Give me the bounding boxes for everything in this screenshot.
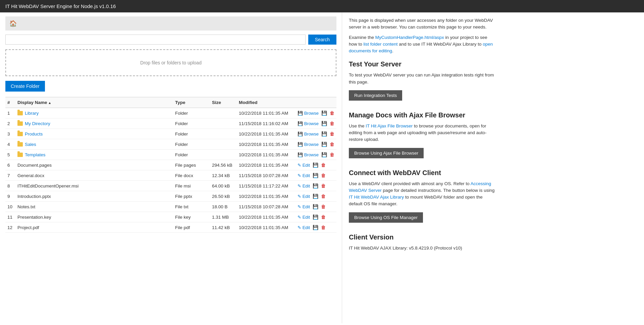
row-name: My Directory — [15, 118, 173, 129]
intro-text: This page is displayed when user accesse… — [349, 17, 496, 31]
browse-link[interactable]: 💾 Browse — [298, 142, 319, 147]
delete-icon[interactable]: 🗑 — [321, 194, 326, 199]
sort-indicator: Display Name — [17, 100, 51, 105]
right-panel: This page is displayed when user accesse… — [342, 12, 503, 323]
row-size: 1.31 MB — [210, 212, 237, 222]
file-table: # Display Name Type Size Modified 1Libra… — [5, 97, 336, 233]
browse-link[interactable]: 💾 Browse — [298, 131, 319, 137]
drop-zone[interactable]: Drop files or folders to upload — [5, 49, 336, 76]
row-num: 2 — [5, 118, 15, 129]
create-folder-button[interactable]: Create Folder — [5, 81, 45, 92]
copy-icon[interactable]: 💾 — [313, 183, 318, 188]
drop-zone-text: Drop files or folders to upload — [140, 60, 202, 65]
copy-icon[interactable]: 💾 — [313, 225, 318, 230]
copy-icon[interactable]: 💾 — [313, 194, 318, 199]
browse-ajax-button[interactable]: Browse Using Ajax File Browser — [349, 148, 424, 158]
test-server-heading: Test Your Server — [349, 59, 496, 69]
row-modified: 11/15/2018 11:16:02 AM — [237, 118, 296, 129]
edit-link[interactable]: ✎ Edit — [298, 225, 310, 230]
app-title: IT Hit WebDAV Server Engine for Node.js … — [5, 3, 116, 9]
folder-icon — [17, 121, 23, 126]
folder-name-link[interactable]: Sales — [25, 142, 36, 147]
copy-icon[interactable]: 💾 — [313, 162, 318, 168]
copy-icon[interactable]: 💾 — [313, 214, 318, 220]
table-row: 4SalesFolder10/22/2018 11:01:35 AM💾 Brow… — [5, 139, 336, 150]
row-size: 11.42 kB — [210, 222, 237, 233]
copy-icon[interactable]: 💾 — [321, 152, 327, 157]
file-name: Document.pages — [17, 163, 52, 168]
delete-icon[interactable]: 🗑 — [321, 214, 326, 220]
folder-name-link[interactable]: My Directory — [25, 121, 50, 126]
row-modified: 10/22/2018 11:01:35 AM — [237, 222, 296, 233]
folder-name-link[interactable]: Templates — [25, 152, 46, 157]
delete-icon[interactable]: 🗑 — [321, 183, 326, 188]
edit-link[interactable]: ✎ Edit — [298, 194, 310, 199]
copy-icon[interactable]: 💾 — [313, 204, 318, 209]
col-header-size: Size — [210, 97, 237, 108]
row-size — [210, 118, 237, 129]
table-row: 10Notes.txtFile txt18.00 B11/15/2018 10:… — [5, 202, 336, 212]
row-num: 4 — [5, 139, 15, 150]
run-integration-tests-button[interactable]: Run Integration Tests — [349, 90, 402, 101]
folder-name-link[interactable]: Products — [25, 131, 43, 137]
custom-handler-link[interactable]: MyCustomHandlerPage.html/aspx — [375, 35, 444, 40]
browse-os-file-manager-button[interactable]: Browse Using OS File Manager — [349, 212, 423, 223]
delete-icon[interactable]: 🗑 — [321, 225, 326, 230]
delete-icon[interactable]: 🗑 — [321, 204, 326, 209]
edit-link[interactable]: ✎ Edit — [298, 173, 310, 178]
row-type: File pdf — [173, 222, 210, 233]
row-modified: 10/22/2018 11:01:35 AM — [237, 212, 296, 222]
list-folder-link[interactable]: list folder content — [364, 42, 398, 47]
home-icon[interactable]: 🏠 — [9, 20, 17, 27]
delete-icon[interactable]: 🗑 — [321, 162, 326, 168]
edit-link[interactable]: ✎ Edit — [298, 215, 310, 220]
row-type: File txt — [173, 202, 210, 212]
row-actions: 💾 Browse💾🗑 — [296, 108, 336, 118]
ajax-file-browser-link[interactable]: IT Hit Ajax File Browser — [366, 123, 413, 128]
copy-icon[interactable]: 💾 — [321, 131, 327, 137]
webdav-ajax-library-link[interactable]: IT Hit WebDAV Ajax Library — [349, 195, 404, 200]
row-modified: 10/22/2018 11:01:35 AM — [237, 150, 296, 160]
row-modified: 11/15/2018 10:07:28 AM — [237, 202, 296, 212]
delete-icon[interactable]: 🗑 — [330, 110, 334, 116]
delete-icon[interactable]: 🗑 — [330, 131, 334, 137]
browse-link[interactable]: 💾 Browse — [298, 121, 319, 126]
table-row: 2My DirectoryFolder11/15/2018 11:16:02 A… — [5, 118, 336, 129]
table-row: 1LibraryFolder10/22/2018 11:01:35 AM💾 Br… — [5, 108, 336, 118]
row-num: 5 — [5, 150, 15, 160]
table-row: 6Document.pagesFile pages294.56 kB10/22/… — [5, 160, 336, 170]
delete-icon[interactable]: 🗑 — [330, 142, 334, 147]
copy-icon[interactable]: 💾 — [313, 173, 318, 178]
row-size: 12.34 kB — [210, 170, 237, 181]
folder-icon — [17, 153, 23, 157]
client-version-desc: IT Hit WebDAV AJAX Library: v5.8.4219.0 … — [349, 245, 496, 252]
row-num: 9 — [5, 191, 15, 202]
table-row: 5TemplatesFolder10/22/2018 11:01:35 AM💾 … — [5, 150, 336, 160]
row-type: File msi — [173, 181, 210, 191]
row-actions: ✎ Edit💾🗑 — [296, 202, 336, 212]
row-modified: 10/22/2018 11:01:35 AM — [237, 129, 296, 139]
browse-link[interactable]: 💾 Browse — [298, 111, 319, 116]
row-num: 1 — [5, 108, 15, 118]
delete-icon[interactable]: 🗑 — [330, 152, 334, 157]
edit-link[interactable]: ✎ Edit — [298, 183, 310, 188]
row-name: Products — [15, 129, 173, 139]
search-button[interactable]: Search — [308, 35, 336, 45]
delete-icon[interactable]: 🗑 — [330, 121, 334, 126]
col-header-name[interactable]: Display Name — [15, 97, 173, 108]
copy-icon[interactable]: 💾 — [321, 110, 327, 116]
row-actions: 💾 Browse💾🗑 — [296, 129, 336, 139]
row-type: Folder — [173, 108, 210, 118]
browse-link[interactable]: 💾 Browse — [298, 152, 319, 157]
connect-webdav-desc: Use a WebDAV client provided with almost… — [349, 180, 496, 208]
edit-link[interactable]: ✎ Edit — [298, 163, 310, 168]
row-actions: ✎ Edit💾🗑 — [296, 222, 336, 233]
edit-link[interactable]: ✎ Edit — [298, 204, 310, 209]
folder-name-link[interactable]: Library — [25, 111, 39, 116]
search-input[interactable] — [5, 35, 306, 45]
delete-icon[interactable]: 🗑 — [321, 173, 326, 178]
copy-icon[interactable]: 💾 — [321, 121, 327, 126]
copy-icon[interactable]: 💾 — [321, 142, 327, 147]
left-panel: 🏠 Search Drop files or folders to upload… — [0, 12, 342, 323]
row-modified: 10/22/2018 11:01:35 AM — [237, 160, 296, 170]
